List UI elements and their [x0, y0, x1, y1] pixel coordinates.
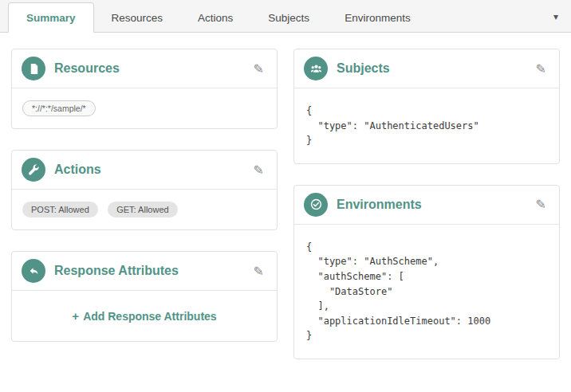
add-response-attributes-button[interactable]: +Add Response Attributes: [22, 303, 266, 329]
subjects-card-title: Subjects: [337, 61, 533, 76]
environments-card: Environments ✎ { "type": "AuthScheme", "…: [293, 185, 560, 359]
tab-resources[interactable]: Resources: [94, 3, 181, 32]
edit-response-attributes-button[interactable]: ✎: [250, 262, 267, 280]
subjects-card-header: Subjects ✎: [294, 49, 559, 88]
environments-card-title: Environments: [337, 198, 533, 212]
reply-arrow-icon: [22, 259, 45, 283]
resource-pattern-badge: *://*:*/sample/*: [22, 100, 96, 116]
summary-panel: Resources ✎ *://*:*/sample/* Actions ✎ P…: [0, 33, 571, 391]
actions-card-header: Actions ✎: [12, 151, 277, 190]
environments-json: { "type": "AuthScheme", "authScheme": [ …: [305, 237, 549, 347]
tabs-dropdown-caret-icon[interactable]: ▾: [544, 11, 571, 32]
resources-card-header: Resources ✎: [12, 49, 277, 88]
edit-resources-button[interactable]: ✎: [250, 60, 267, 78]
response-attributes-card: Response Attributes ✎ +Add Response Attr…: [11, 251, 278, 342]
actions-card: Actions ✎ POST: Allowed GET: Allowed: [11, 150, 278, 230]
plus-icon: +: [72, 309, 79, 323]
subjects-card: Subjects ✎ { "type": "AuthenticatedUsers…: [293, 49, 560, 164]
edit-actions-button[interactable]: ✎: [250, 161, 267, 179]
resources-card: Resources ✎ *://*:*/sample/*: [11, 49, 278, 129]
subjects-json: { "type": "AuthenticatedUsers" }: [305, 100, 549, 151]
environments-card-body: { "type": "AuthScheme", "authScheme": [ …: [294, 225, 559, 359]
file-icon: [22, 57, 45, 80]
tab-bar: Summary Resources Actions Subjects Envir…: [0, 0, 571, 33]
actions-card-title: Actions: [54, 163, 250, 177]
subjects-card-body: { "type": "AuthenticatedUsers" }: [294, 88, 559, 163]
add-response-attributes-label: Add Response Attributes: [83, 310, 217, 323]
users-icon: [304, 57, 328, 80]
edit-environments-button[interactable]: ✎: [533, 195, 549, 214]
action-badge-post: POST: Allowed: [22, 202, 98, 218]
wrench-icon: [22, 158, 45, 182]
action-badge-get: GET: Allowed: [108, 202, 177, 218]
resources-card-body: *://*:*/sample/*: [12, 88, 277, 128]
tab-summary[interactable]: Summary: [8, 2, 94, 33]
check-circle-icon: [304, 193, 328, 217]
tab-subjects[interactable]: Subjects: [250, 3, 327, 32]
actions-card-body: POST: Allowed GET: Allowed: [12, 190, 277, 229]
tab-actions[interactable]: Actions: [180, 3, 250, 32]
resources-card-title: Resources: [54, 61, 250, 76]
right-column: Subjects ✎ { "type": "AuthenticatedUsers…: [293, 49, 560, 380]
response-attributes-card-body: +Add Response Attributes: [12, 291, 277, 341]
environments-card-header: Environments ✎: [294, 186, 559, 225]
edit-subjects-button[interactable]: ✎: [533, 60, 549, 78]
tab-environments[interactable]: Environments: [327, 3, 428, 32]
response-attributes-card-title: Response Attributes: [54, 264, 250, 278]
left-column: Resources ✎ *://*:*/sample/* Actions ✎ P…: [11, 49, 278, 380]
response-attributes-card-header: Response Attributes ✎: [12, 252, 277, 291]
